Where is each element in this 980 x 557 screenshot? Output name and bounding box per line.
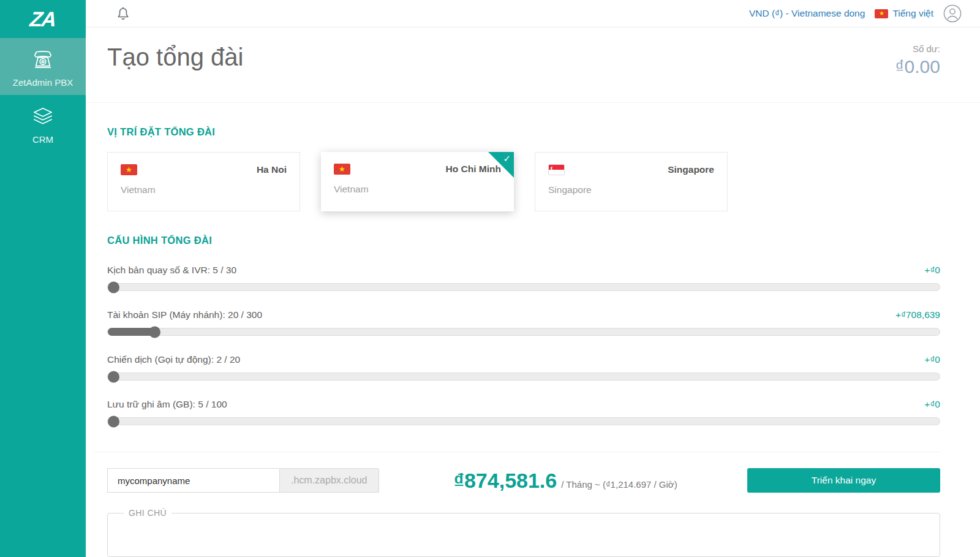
- slider-label: Kịch bản quay số & IVR: 5 / 30: [107, 265, 236, 276]
- location-card-hochiminh[interactable]: ★ Ho Chi Minh Vietnam ✓: [321, 152, 514, 211]
- section-divider: [94, 452, 940, 452]
- slider-head: Tài khoản SIP (Máy nhánh): 20 / 300 +₫70…: [107, 309, 940, 320]
- main-content: VỊ TRÍ ĐẶT TỔNG ĐÀI ★ Ha Noi Vietnam ★ H…: [86, 126, 980, 557]
- price-summary: ₫874,581.6 / Tháng ~ (₫1,214.697 / Giờ): [454, 469, 677, 493]
- config-section-heading: CẤU HÌNH TỔNG ĐÀI: [107, 235, 940, 246]
- sidebar-item-crm[interactable]: CRM: [0, 95, 86, 152]
- slider-label: Lưu trữ ghi âm (GB): 5 / 100: [107, 399, 227, 410]
- domain-group: .hcm.zapbx.cloud: [107, 468, 379, 493]
- slider-track[interactable]: [107, 283, 940, 291]
- domain-suffix: .hcm.zapbx.cloud: [279, 468, 379, 493]
- card-city: Singapore: [668, 164, 714, 175]
- location-cards: ★ Ha Noi Vietnam ★ Ho Chi Minh Vietnam ✓…: [107, 152, 940, 211]
- balance: Số dư: ₫0.00: [895, 44, 940, 77]
- slider-head: Lưu trữ ghi âm (GB): 5 / 100 +₫0: [107, 399, 940, 410]
- notes-label: GHI CHÚ: [124, 508, 172, 518]
- vietnam-flag-icon: ★: [334, 164, 350, 175]
- slider-fill: [108, 328, 155, 336]
- slider-thumb[interactable]: [108, 415, 119, 427]
- user-avatar-icon[interactable]: [943, 4, 962, 23]
- card-city: Ha Noi: [257, 164, 287, 175]
- footer-row: .hcm.zapbx.cloud ₫874,581.6 / Tháng ~ (₫…: [107, 468, 940, 493]
- card-country: Vietnam: [334, 184, 501, 195]
- topbar: VND (₫) - Vietnamese dong ★ Tiếng việt: [86, 0, 980, 28]
- page-header: Tạo tổng đài Số dư: ₫0.00: [86, 28, 980, 103]
- location-card-singapore[interactable]: Singapore Singapore: [535, 152, 728, 211]
- notifications-bell-icon[interactable]: [116, 6, 130, 21]
- location-section-heading: VỊ TRÍ ĐẶT TỔNG ĐÀI: [107, 126, 940, 138]
- check-icon: ✓: [503, 153, 511, 164]
- slider-price: +₫0: [924, 399, 940, 410]
- sidebar-item-label: ZetAdmin PBX: [13, 77, 73, 88]
- slider-thumb[interactable]: [108, 371, 119, 382]
- slider-label: Tài khoản SIP (Máy nhánh): 20 / 300: [107, 309, 262, 320]
- singapore-flag-icon: [548, 164, 565, 175]
- currency-label: VND (₫) - Vietnamese dong: [749, 8, 865, 19]
- page-title: Tạo tổng đài: [107, 44, 243, 71]
- card-country: Singapore: [548, 184, 714, 195]
- slider-price: +₫708,639: [895, 309, 940, 320]
- card-top: Singapore: [548, 164, 714, 175]
- sidebar-item-label: CRM: [32, 134, 53, 145]
- vietnam-flag-icon: ★: [121, 164, 137, 175]
- slider-price: +₫0: [924, 265, 940, 276]
- slider-label: Chiến dịch (Gọi tự động): 2 / 20: [107, 354, 240, 365]
- layers-icon: [29, 103, 56, 130]
- sidebar-item-zetadmin-pbx[interactable]: ZetAdmin PBX: [0, 38, 86, 95]
- card-country: Vietnam: [121, 184, 287, 195]
- currency-selector[interactable]: VND (₫) - Vietnamese dong: [749, 8, 865, 19]
- slider-track[interactable]: [107, 373, 940, 381]
- slider-thumb[interactable]: [149, 326, 160, 338]
- slider-track[interactable]: [107, 328, 940, 336]
- location-card-hanoi[interactable]: ★ Ha Noi Vietnam: [107, 152, 300, 211]
- subdomain-input[interactable]: [107, 468, 279, 493]
- slider-storage: Lưu trữ ghi âm (GB): 5 / 100 +₫0: [107, 399, 940, 425]
- notes-input[interactable]: [116, 520, 931, 554]
- deploy-button[interactable]: Triển khai ngay: [747, 468, 940, 493]
- balance-value: ₫0.00: [895, 56, 940, 77]
- price-detail: / Tháng ~ (₫1,214.697 / Giờ): [561, 479, 677, 490]
- slider-track[interactable]: [107, 417, 940, 425]
- slider-sip: Tài khoản SIP (Máy nhánh): 20 / 300 +₫70…: [107, 309, 940, 336]
- slider-campaign: Chiến dịch (Gọi tự động): 2 / 20 +₫0: [107, 354, 940, 381]
- balance-label: Số dư:: [895, 44, 940, 54]
- language-selector[interactable]: ★ Tiếng việt: [875, 8, 933, 19]
- phone-icon: [29, 46, 56, 73]
- app-logo[interactable]: ZA: [0, 0, 86, 38]
- card-top: ★ Ho Chi Minh: [334, 164, 501, 175]
- notes-fieldset: GHI CHÚ: [107, 508, 940, 557]
- price-monthly: ₫874,581.6: [454, 469, 557, 493]
- slider-ivr: Kịch bản quay số & IVR: 5 / 30 +₫0: [107, 265, 940, 291]
- slider-thumb[interactable]: [108, 281, 119, 293]
- slider-head: Kịch bản quay số & IVR: 5 / 30 +₫0: [107, 265, 940, 276]
- slider-head: Chiến dịch (Gọi tự động): 2 / 20 +₫0: [107, 354, 940, 365]
- language-label: Tiếng việt: [892, 8, 933, 19]
- logo-text: ZA: [29, 7, 56, 31]
- sidebar: ZA ZetAdmin PBX CRM: [0, 0, 86, 557]
- slider-price: +₫0: [924, 354, 940, 365]
- card-top: ★ Ha Noi: [121, 164, 287, 175]
- vietnam-flag-icon: ★: [875, 9, 888, 18]
- topbar-right: VND (₫) - Vietnamese dong ★ Tiếng việt: [749, 4, 962, 23]
